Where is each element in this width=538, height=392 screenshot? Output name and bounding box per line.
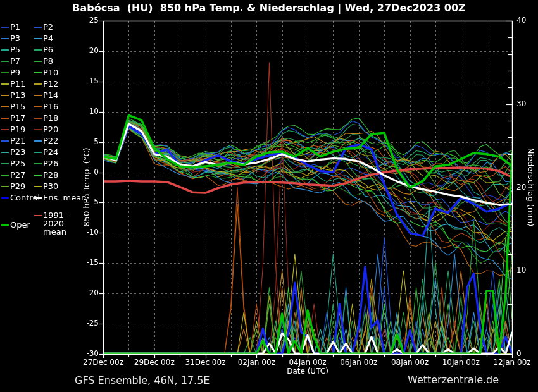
legend-item-p18-label: P18 xyxy=(43,114,58,123)
y-left-tick-label: -25 xyxy=(75,319,99,328)
y-right-tick-label: 0 xyxy=(516,349,535,358)
legend-item-p14-swatch xyxy=(34,95,42,96)
legend-item-p26-label: P26 xyxy=(43,159,58,168)
y-right-tick-label: 10 xyxy=(516,266,535,274)
y-left-tick-label: -15 xyxy=(75,258,99,267)
legend-item-p9-label: P9 xyxy=(10,68,20,77)
legend-item-p6-label: P6 xyxy=(43,46,53,54)
meteogram: Babócsa (HU) 850 hPa Temp. & Niederschla… xyxy=(0,0,538,392)
legend-item-p23-label: P23 xyxy=(10,148,25,157)
x-tick-label: 31Dec 00z xyxy=(179,358,232,367)
y-left-tick-label: 15 xyxy=(75,77,99,85)
legend-item-p19-swatch xyxy=(1,129,9,130)
legend-item-p2-swatch xyxy=(34,27,42,28)
y-left-tick-label: -10 xyxy=(75,228,99,236)
legend-item-p5-label: P5 xyxy=(10,46,20,54)
legend-item-p22-swatch xyxy=(34,140,42,142)
model-info-text: GFS Ensemble, 46N, 17.5E xyxy=(75,374,210,386)
y-left-tick-label: 0 xyxy=(75,168,99,176)
y-right-tick-label: 40 xyxy=(516,16,535,25)
x-axis-label: Date (UTC) xyxy=(257,367,358,376)
x-tick-label: 06Jan 00z xyxy=(332,358,385,367)
legend-item-p12-swatch xyxy=(34,83,42,85)
legend-item-p20-label: P20 xyxy=(43,125,58,134)
legend-item-p26-swatch xyxy=(34,163,42,164)
x-tick-label: 08Jan 00z xyxy=(384,358,437,367)
legend-item-p21-label: P21 xyxy=(10,137,25,145)
legend-item-oper-label: Oper xyxy=(10,221,30,230)
legend-item-p19-label: P19 xyxy=(10,125,25,134)
legend-item-p24-label: P24 xyxy=(43,148,58,157)
legend-item-p7-swatch xyxy=(1,61,9,62)
legend-item-p22-label: P22 xyxy=(43,137,58,145)
legend-item-p25-swatch xyxy=(1,163,9,164)
legend-item-oper-swatch xyxy=(1,224,9,226)
legend-item-p25-label: P25 xyxy=(10,159,25,168)
y-left-tick-label: 25 xyxy=(75,16,99,25)
legend-item-p9-swatch xyxy=(1,72,9,73)
legend-item-p7-label: P7 xyxy=(10,57,20,66)
legend-item-p15-label: P15 xyxy=(10,102,25,111)
legend-item-p24-swatch xyxy=(34,152,42,153)
legend-item-p4-label: P4 xyxy=(43,34,53,43)
legend-item-p8-swatch xyxy=(34,61,42,62)
legend-item-p3-swatch xyxy=(1,38,9,39)
legend-item-climate-mean-swatch xyxy=(34,215,42,216)
legend-item-p29-label: P29 xyxy=(10,182,25,191)
legend-item-p28-label: P28 xyxy=(43,171,58,180)
y-left-tick-label: 20 xyxy=(75,46,99,55)
y-left-tick-label: 5 xyxy=(75,137,99,146)
legend-item-p29-swatch xyxy=(1,186,9,187)
page-title: Babócsa (HU) 850 hPa Temp. & Niederschla… xyxy=(0,2,538,14)
legend-item-p15-swatch xyxy=(1,106,9,107)
legend-item-p17-swatch xyxy=(1,118,9,119)
legend-item-p30-swatch xyxy=(34,186,42,187)
legend-item-p20-swatch xyxy=(34,129,42,130)
legend-item-p1-swatch xyxy=(1,27,9,28)
x-tick-label: 29Dec 00z xyxy=(128,358,181,367)
legend-item-p17-label: P17 xyxy=(10,114,25,123)
y-right-tick-label: 30 xyxy=(516,99,535,108)
legend-item-p21-swatch xyxy=(1,140,9,142)
legend-item-p27-swatch xyxy=(1,175,9,176)
legend-item-p6-swatch xyxy=(34,49,42,51)
x-tick-label: 04Jan 00z xyxy=(281,358,334,367)
legend-item-p13-label: P13 xyxy=(10,91,25,100)
legend-item-p14-label: P14 xyxy=(43,91,58,100)
legend-item-p2-label: P2 xyxy=(43,23,53,32)
y-right-tick-label: 20 xyxy=(516,183,535,192)
legend-item-p8-label: P8 xyxy=(43,57,53,66)
legend-item-p11-label: P11 xyxy=(10,80,25,89)
legend-item-p12-label: P12 xyxy=(43,80,58,89)
legend-item-p16-label: P16 xyxy=(43,102,58,111)
x-tick-label: 27Dec 00z xyxy=(77,358,130,367)
legend-item-p16-swatch xyxy=(34,106,42,107)
legend-item-p4-swatch xyxy=(34,38,42,39)
legend: P1P2P3P4P5P6P7P8P9P10P11P12P13P14P15P16P… xyxy=(0,0,75,253)
y-left-tick-label: -5 xyxy=(75,197,99,206)
legend-item-p18-swatch xyxy=(34,118,42,119)
y-left-tick-label: -20 xyxy=(75,288,99,297)
legend-item-control-swatch xyxy=(1,197,9,199)
y-left-tick-label: 10 xyxy=(75,107,99,116)
x-tick-label: 02Jan 00z xyxy=(230,358,283,367)
legend-item-p13-swatch xyxy=(1,95,9,96)
legend-item-p10-label: P10 xyxy=(43,68,58,77)
site-credit-text: Wetterzentrale.de xyxy=(408,374,499,386)
y-left-tick-label: -30 xyxy=(75,349,99,358)
legend-item-p1-label: P1 xyxy=(10,23,20,32)
legend-item-p5-swatch xyxy=(1,49,9,51)
legend-item-p23-swatch xyxy=(1,152,9,153)
x-tick-label: 12Jan 00z xyxy=(485,358,538,367)
legend-item-p10-swatch xyxy=(34,72,42,73)
legend-item-p27-label: P27 xyxy=(10,171,25,180)
legend-item-p11-swatch xyxy=(1,83,9,85)
legend-item-p3-label: P3 xyxy=(10,34,20,43)
legend-item-p30-label: P30 xyxy=(43,182,58,191)
legend-item-ens-mean-swatch xyxy=(34,197,42,199)
x-tick-label: 10Jan 00z xyxy=(434,358,487,367)
legend-item-p28-swatch xyxy=(34,175,42,176)
